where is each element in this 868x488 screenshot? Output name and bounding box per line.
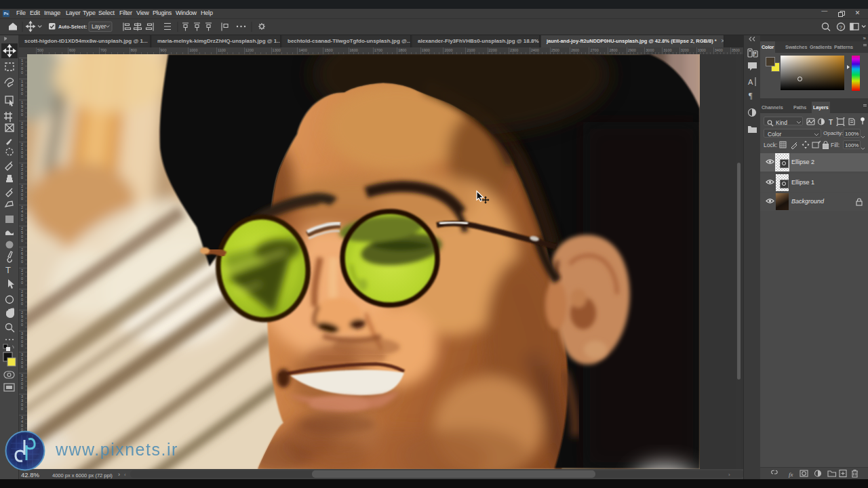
svg-text:?: ? <box>840 24 843 30</box>
svg-text:T: T <box>5 265 11 275</box>
svg-text:Layer: Layer <box>92 23 106 30</box>
svg-text:T: T <box>829 119 833 126</box>
svg-text:5: 5 <box>753 52 755 56</box>
svg-text:¶: ¶ <box>749 91 753 100</box>
svg-text:Kind: Kind <box>776 119 787 126</box>
svg-text:A: A <box>748 78 753 86</box>
svg-text:fx: fx <box>789 471 793 478</box>
svg-text:Auto-Select:: Auto-Select: <box>58 24 87 30</box>
